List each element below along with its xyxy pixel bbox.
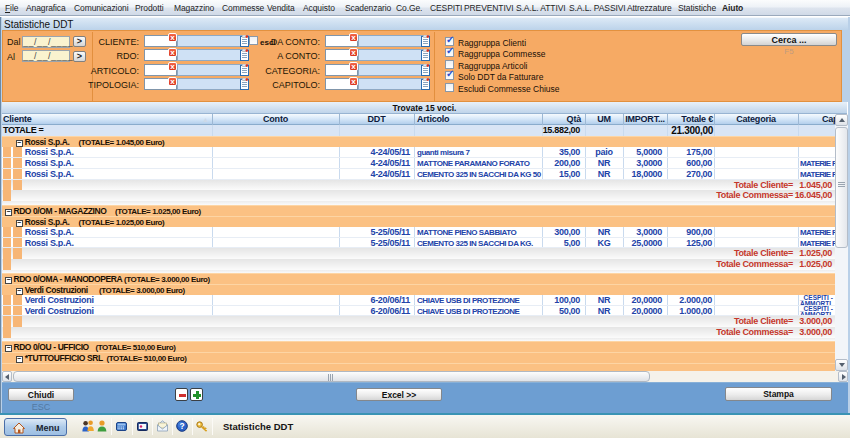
svg-text:?: ? [179, 421, 184, 431]
